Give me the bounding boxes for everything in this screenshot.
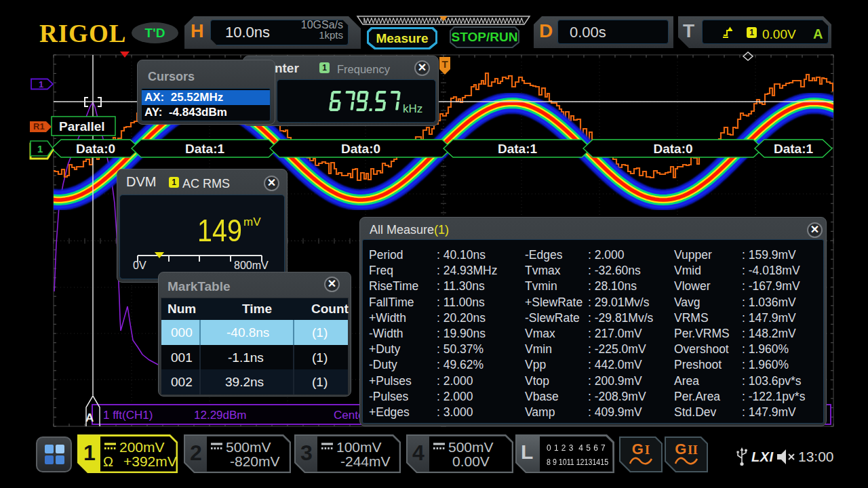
- svg-text:Data:0: Data:0: [341, 142, 380, 156]
- svg-text:Data:1: Data:1: [498, 142, 538, 156]
- svg-text:Data:1: Data:1: [774, 142, 814, 156]
- svg-text:Data:0: Data:0: [653, 142, 692, 156]
- svg-text:T: T: [441, 58, 448, 70]
- svg-text:1: 1: [39, 79, 43, 89]
- svg-text:Data:0: Data:0: [76, 142, 115, 156]
- svg-text:Data:1: Data:1: [185, 142, 225, 156]
- svg-text:1 fft(CH1): 1 fft(CH1): [103, 409, 153, 422]
- svg-text:Parallel: Parallel: [59, 119, 105, 134]
- svg-text:R1: R1: [33, 121, 45, 131]
- svg-text:1: 1: [37, 143, 43, 155]
- svg-text:A: A: [85, 411, 94, 424]
- svg-text:12.29dBm: 12.29dBm: [194, 409, 247, 422]
